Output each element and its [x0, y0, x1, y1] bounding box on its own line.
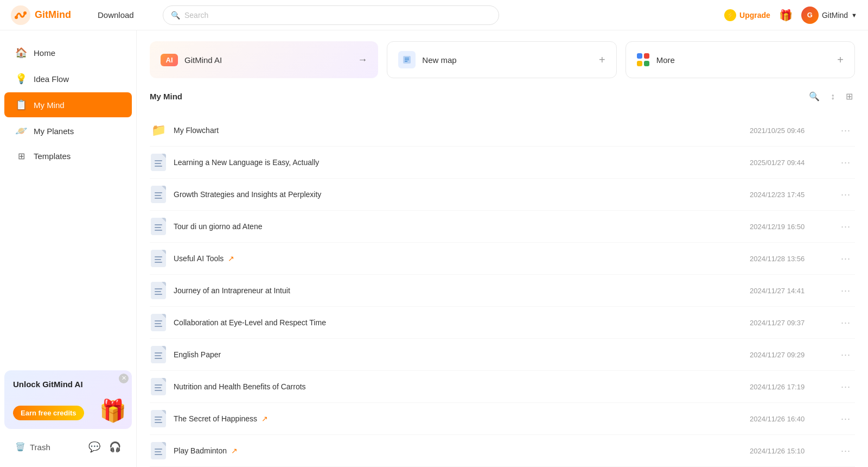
sidebar-bottom: ✕ Unlock GitMind AI 🎁 Earn free credits … [0, 366, 136, 459]
table-row[interactable]: Journey of an Intrapreneur at Intuit 202… [150, 275, 855, 307]
file-more-button[interactable]: ··· [837, 219, 855, 235]
trash-item[interactable]: 🗑️ Trash [15, 442, 50, 452]
section-header: My Mind 🔍 ↕ ⊞ [150, 89, 855, 104]
sidebar-item-my-planets[interactable]: 🪐 My Planets [4, 118, 132, 143]
doc-icon [150, 218, 167, 235]
view-toggle-button[interactable]: ⊞ [844, 89, 855, 104]
sidebar-item-home[interactable]: 🏠 Home [4, 40, 132, 65]
trash-icon: 🗑️ [15, 442, 25, 452]
file-date: 2025/01/27 09:44 [750, 159, 837, 167]
table-row[interactable]: Learning a New Language is Easy, Actuall… [150, 147, 855, 179]
doc-icon [150, 378, 167, 395]
file-name: English Paper [174, 350, 750, 359]
search-filter-button[interactable]: 🔍 [807, 89, 822, 104]
upgrade-icon: ⚡ [724, 9, 736, 21]
sidebar-item-label: My Mind [34, 100, 65, 110]
table-row[interactable]: 📁 My Flowchart 2021/10/25 09:46 ··· [150, 115, 855, 147]
file-more-button[interactable]: ··· [837, 379, 855, 395]
file-date: 2024/12/19 16:50 [750, 223, 837, 231]
sidebar-footer: 🗑️ Trash 💬 🎧 [4, 436, 132, 458]
help-button[interactable]: 🎧 [109, 441, 121, 453]
file-more-button[interactable]: ··· [837, 347, 855, 363]
new-map-label: New map [422, 55, 456, 65]
file-more-button[interactable]: ··· [837, 411, 855, 427]
planets-icon: 🪐 [15, 125, 27, 137]
table-row[interactable]: Collaboration at Eye-Level and Respect T… [150, 307, 855, 339]
sort-button[interactable]: ↕ [828, 89, 837, 104]
sidebar-item-idea-flow[interactable]: 💡 Idea Flow [4, 66, 132, 91]
templates-icon: ⊞ [15, 151, 27, 161]
file-name: Growth Strategies and Insights at Perple… [174, 190, 750, 199]
sidebar-item-templates[interactable]: ⊞ Templates [4, 144, 132, 168]
table-row[interactable]: Nutrition and Health Benefits of Carrots… [150, 371, 855, 403]
search-icon: 🔍 [171, 11, 180, 20]
content-header: AI GitMind AI → New map + [137, 30, 868, 115]
file-date: 2024/11/26 17:19 [750, 383, 837, 391]
file-more-button[interactable]: ··· [837, 155, 855, 171]
file-more-button[interactable]: ··· [837, 251, 855, 267]
search-bar[interactable]: 🔍 Search [163, 5, 499, 25]
ai-card-label: GitMind AI [184, 55, 222, 65]
share-icon: ↗ [261, 414, 268, 423]
user-menu-button[interactable]: G GitMind ▼ [801, 7, 857, 24]
home-icon: 🏠 [15, 47, 27, 59]
file-date: 2024/11/27 09:29 [750, 351, 837, 359]
footer-icons: 💬 🎧 [88, 441, 121, 453]
doc-icon [150, 314, 167, 331]
quick-actions: AI GitMind AI → New map + [150, 41, 855, 78]
gitmind-ai-card[interactable]: AI GitMind AI → [150, 41, 378, 78]
promo-close-button[interactable]: ✕ [119, 374, 129, 383]
file-name: Nutrition and Health Benefits of Carrots [174, 382, 750, 391]
table-row[interactable]: Play Badminton↗ 2024/11/26 15:10 ··· [150, 435, 855, 467]
more-card[interactable]: More + [626, 41, 855, 78]
topbar: GitMind Download 🔍 Search ⚡ Upgrade 🎁 G … [0, 0, 868, 30]
gift-button[interactable]: 🎁 [779, 9, 793, 22]
promo-gift-icon: 🎁 [99, 398, 126, 424]
new-map-card[interactable]: New map + [387, 41, 616, 78]
file-date: 2024/11/28 13:56 [750, 255, 837, 263]
table-row[interactable]: The Secret of Happiness↗ 2024/11/26 16:4… [150, 403, 855, 435]
promo-earn-button[interactable]: Earn free credits [13, 406, 84, 420]
file-name: Learning a New Language is Easy, Actuall… [174, 158, 750, 167]
file-more-button[interactable]: ··· [837, 443, 855, 459]
download-link[interactable]: Download [98, 10, 152, 20]
file-name: The Secret of Happiness↗ [174, 414, 750, 423]
logo-icon [11, 5, 30, 25]
table-row[interactable]: English Paper 2024/11/27 09:29 ··· [150, 339, 855, 371]
topbar-right: ⚡ Upgrade 🎁 G GitMind ▼ [724, 7, 857, 24]
logo-text: GitMind [35, 9, 71, 21]
main-layout: 🏠 Home 💡 Idea Flow 📋 My Mind 🪐 My Planet… [0, 30, 868, 467]
file-date: 2024/12/23 17:45 [750, 191, 837, 199]
file-date: 2024/11/27 09:37 [750, 319, 837, 327]
file-more-button[interactable]: ··· [837, 123, 855, 138]
chat-button[interactable]: 💬 [88, 441, 100, 453]
mind-icon: 📋 [15, 99, 27, 111]
share-icon: ↗ [228, 254, 234, 263]
doc-icon [150, 154, 167, 171]
file-more-button[interactable]: ··· [837, 187, 855, 203]
sidebar-item-label: Templates [34, 152, 71, 161]
avatar: G [801, 7, 819, 24]
table-row[interactable]: Growth Strategies and Insights at Perple… [150, 179, 855, 211]
table-row[interactable]: Useful AI Tools↗ 2024/11/28 13:56 ··· [150, 243, 855, 275]
sidebar-item-my-mind[interactable]: 📋 My Mind [4, 92, 132, 117]
upgrade-button[interactable]: ⚡ Upgrade [724, 9, 770, 21]
file-more-button[interactable]: ··· [837, 283, 855, 299]
new-map-icon [398, 51, 416, 68]
file-name: My Flowchart [174, 126, 750, 135]
sidebar-item-label: Home [34, 48, 55, 58]
content: AI GitMind AI → New map + [137, 30, 868, 467]
chevron-down-icon: ▼ [851, 12, 857, 18]
logo[interactable]: GitMind [11, 5, 87, 25]
sidebar-nav: 🏠 Home 💡 Idea Flow 📋 My Mind 🪐 My Planet… [0, 39, 136, 366]
sidebar: 🏠 Home 💡 Idea Flow 📋 My Mind 🪐 My Planet… [0, 30, 137, 467]
table-row[interactable]: Tour di un giorno ad Atene 2024/12/19 16… [150, 211, 855, 243]
doc-icon [150, 442, 167, 459]
file-date: 2024/11/26 15:10 [750, 447, 837, 455]
trash-label: Trash [30, 443, 50, 452]
file-more-button[interactable]: ··· [837, 315, 855, 331]
file-name: Useful AI Tools↗ [174, 254, 750, 263]
doc-icon [150, 250, 167, 267]
search-placeholder: Search [184, 11, 208, 20]
svg-point-1 [15, 16, 18, 19]
